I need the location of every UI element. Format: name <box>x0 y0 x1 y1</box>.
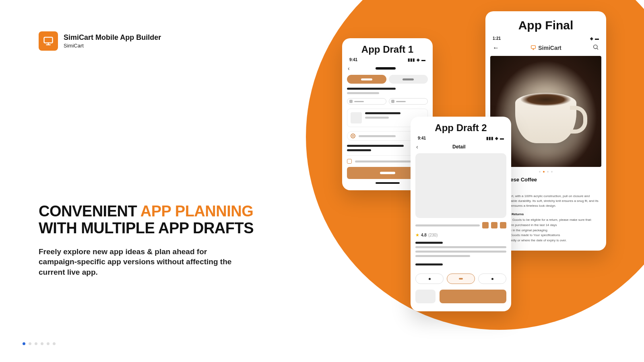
status-time: 9:41 <box>349 58 357 62</box>
wifi-icon: ◈ <box>417 58 420 62</box>
headline-post: WITH MULTIPLE APP DRAFTS <box>39 220 254 237</box>
svg-point-2 <box>594 45 597 49</box>
app-logo: SimiCart <box>530 44 561 52</box>
text-placeholder <box>355 160 415 162</box>
battery-icon: ▬ <box>500 136 504 140</box>
pagination-dot[interactable] <box>53 342 56 345</box>
brand-subtitle: SimiCart <box>64 43 161 49</box>
pagination-dot[interactable] <box>41 342 43 345</box>
tab-active[interactable] <box>347 75 386 84</box>
pager-dot[interactable] <box>551 171 553 173</box>
text-placeholder <box>347 145 404 147</box>
app-logo-text: SimiCart <box>538 45 561 51</box>
hero-copy: CONVENIENT APP PLANNING WITH MULTIPLE AP… <box>39 203 280 278</box>
bottom-action-bar <box>415 290 506 303</box>
home-indicator <box>376 182 400 184</box>
rating-value: 4.8 <box>421 233 427 237</box>
color-swatch[interactable] <box>482 222 489 228</box>
back-icon[interactable]: ← <box>493 44 499 51</box>
tab-inactive[interactable] <box>389 75 428 84</box>
filter-pill[interactable] <box>389 98 428 105</box>
secondary-button[interactable] <box>415 290 436 303</box>
cart-icon <box>530 44 537 52</box>
option-chip[interactable] <box>478 274 506 284</box>
color-swatch[interactable] <box>491 222 497 228</box>
nav-bar: ‹ <box>347 65 428 72</box>
checkbox-icon[interactable] <box>347 159 352 164</box>
svg-rect-0 <box>44 37 53 43</box>
status-bar: 9:41 ▮▮▮ ◈ ▬ <box>347 58 428 62</box>
target-icon <box>351 134 355 138</box>
pager-dot-active[interactable] <box>543 171 545 173</box>
nav-bar: ‹ Detail <box>415 144 506 150</box>
headline-pre: CONVENIENT <box>39 203 140 220</box>
color-swatch[interactable] <box>500 222 506 228</box>
section-heading-placeholder <box>415 242 443 244</box>
wifi-icon: ◈ <box>495 136 498 140</box>
status-bar: 9:41 ▮▮▮ ◈ ▬ <box>415 136 506 140</box>
status-time: 1:21 <box>493 36 501 41</box>
phone-mock-draft2: App Draft 2 9:41 ▮▮▮ ◈ ▬ ‹ Detail ★ 4.8 … <box>411 117 511 311</box>
phone-label: App Final <box>490 19 601 32</box>
brand-logo-icon <box>39 31 58 51</box>
brand-title: SimiCart Mobile App Builder <box>64 33 161 42</box>
text-placeholder <box>415 255 470 257</box>
text-placeholder <box>365 117 389 119</box>
app-topbar: ← SimiCart <box>490 44 601 52</box>
signal-icon: ▮▮▮ <box>408 58 415 62</box>
star-icon: ★ <box>415 232 419 238</box>
option-chips <box>415 274 506 284</box>
text-placeholder <box>415 224 480 226</box>
wifi-icon: ◈ <box>590 36 593 41</box>
option-chip[interactable] <box>415 274 444 284</box>
battery-icon: ▬ <box>595 36 599 41</box>
status-bar: 1:21 ◈ ▬ <box>490 36 601 41</box>
screen-title: Detail <box>452 144 466 150</box>
carousel-pagination[interactable] <box>23 342 56 345</box>
pager-dot[interactable] <box>547 171 549 173</box>
hero-image-placeholder <box>415 153 506 218</box>
back-icon[interactable]: ‹ <box>348 65 350 72</box>
status-time: 9:41 <box>418 136 426 140</box>
pager-dot[interactable] <box>539 171 541 173</box>
text-placeholder <box>347 149 371 151</box>
text-placeholder <box>347 88 396 90</box>
rating-count: (230) <box>428 233 438 237</box>
battery-icon: ▬ <box>421 58 425 62</box>
variant-swatches <box>415 222 506 228</box>
back-icon[interactable]: ‹ <box>416 144 418 150</box>
svg-rect-1 <box>531 45 536 48</box>
text-placeholder <box>347 92 379 94</box>
pagination-dot[interactable] <box>35 342 37 345</box>
headline-accent: APP PLANNING <box>140 203 253 220</box>
text-placeholder <box>365 112 400 114</box>
text-placeholder <box>415 246 506 248</box>
search-icon[interactable] <box>592 44 599 52</box>
text-placeholder <box>415 251 506 253</box>
text-placeholder <box>359 135 396 137</box>
brand-header: SimiCart Mobile App Builder SimiCart <box>39 31 161 51</box>
primary-button[interactable] <box>440 290 506 303</box>
coffee-cup-illustration <box>515 93 576 143</box>
signal-icon: ▮▮▮ <box>486 136 493 140</box>
pagination-dot[interactable] <box>47 342 50 345</box>
rating-row: ★ 4.8 (230) <box>415 232 506 238</box>
section-heading-placeholder <box>415 263 443 265</box>
pagination-dot[interactable] <box>29 342 31 345</box>
headline: CONVENIENT APP PLANNING WITH MULTIPLE AP… <box>39 203 280 237</box>
filter-pills <box>347 98 428 105</box>
phone-label: App Draft 1 <box>347 44 428 55</box>
phone-label: App Draft 2 <box>415 122 506 134</box>
filter-pill[interactable] <box>347 98 386 105</box>
title-placeholder <box>376 67 396 70</box>
option-chip-selected[interactable] <box>447 274 475 284</box>
subheadline: Freely explore new app ideas & plan ahea… <box>39 247 232 278</box>
tab-switcher[interactable] <box>347 75 428 84</box>
pagination-dot[interactable] <box>23 342 25 345</box>
thumbnail-placeholder <box>351 112 362 123</box>
